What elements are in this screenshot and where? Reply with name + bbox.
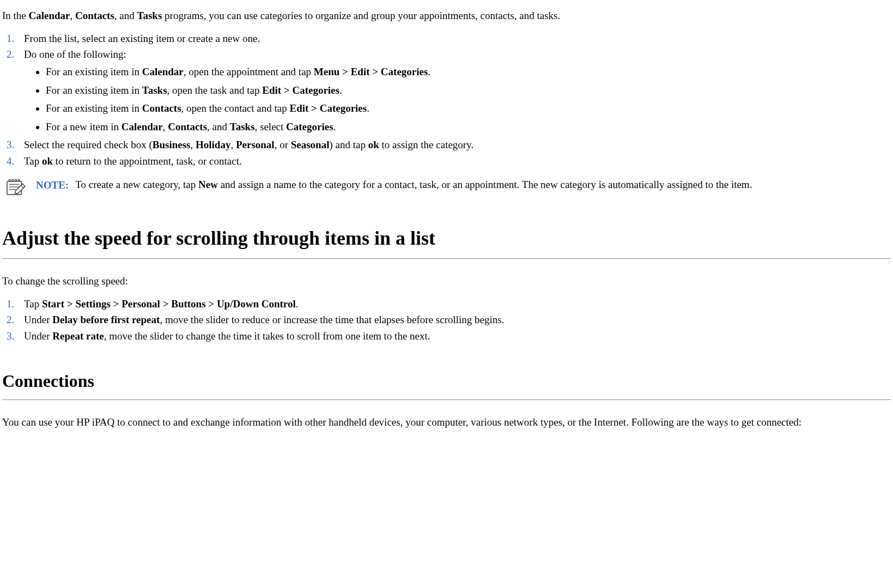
step-2: Under Delay before first repeat, move th… — [24, 313, 891, 327]
intro-paragraph: In the Calendar, Contacts, and Tasks pro… — [2, 9, 891, 23]
strong: Business — [153, 139, 191, 150]
text: , open the appointment and tap — [184, 66, 314, 77]
text: ) and tap — [329, 139, 368, 150]
strong: New — [198, 179, 218, 190]
step-3: Select the required check box (Business,… — [24, 138, 891, 152]
step-text: Do one of the following: — [24, 49, 126, 60]
strong: Contacts — [142, 102, 181, 114]
strong: Contacts — [168, 121, 207, 132]
text: Select the required check box ( — [24, 139, 153, 150]
text: , — [70, 10, 76, 21]
section-divider — [2, 399, 891, 400]
svg-point-4 — [9, 179, 10, 181]
note-icon — [5, 178, 26, 196]
step-1: Tap Start > Settings > Personal > Button… — [24, 297, 891, 311]
steps-list-2: Tap Start > Settings > Personal > Button… — [2, 297, 891, 343]
text: . — [428, 66, 430, 77]
text: , move the slider to change the time it … — [104, 330, 430, 342]
bullet-4: For a new item in Calendar, Contacts, an… — [46, 120, 891, 134]
text: To create a new category, tap — [75, 179, 198, 190]
text: , move the slider to reduce or increase … — [160, 314, 504, 325]
text: Tap — [24, 155, 42, 167]
strong: Calendar — [122, 121, 163, 132]
step-2: Do one of the following: For an existing… — [24, 47, 891, 134]
text: to return to the appointment, task, or c… — [53, 155, 242, 167]
strong: Holiday — [196, 139, 230, 150]
text: For an existing item in — [46, 84, 142, 96]
step-text: From the list, select an existing item o… — [24, 33, 260, 44]
text: . — [296, 298, 299, 310]
app-calendar: Calendar — [29, 10, 70, 21]
text: . — [367, 102, 369, 114]
section2-intro: To change the scrolling speed: — [2, 274, 891, 288]
sub-bullets: For an existing item in Calendar, open t… — [24, 65, 891, 134]
strong: ok — [368, 139, 379, 150]
bullet-3: For an existing item in Contacts, open t… — [46, 101, 891, 116]
section3-intro: You can use your HP iPAQ to connect to a… — [2, 415, 891, 429]
strong: Tasks — [142, 84, 167, 96]
section-title-scrolling: Adjust the speed for scrolling through i… — [2, 225, 891, 252]
step-4: Tap ok to return to the appointment, tas… — [24, 154, 891, 168]
steps-list-1: From the list, select an existing item o… — [2, 32, 891, 168]
svg-point-6 — [15, 179, 16, 181]
text: to assign the category. — [379, 139, 473, 150]
bullet-1: For an existing item in Calendar, open t… — [46, 65, 891, 79]
strong: Calendar — [142, 66, 184, 77]
text: Tap — [24, 298, 42, 310]
text: , — [191, 139, 196, 150]
section-divider — [2, 258, 891, 259]
note-label-cell: NOTE: — [36, 178, 75, 199]
text: and assign a name to the category for a … — [218, 179, 752, 190]
app-contacts: Contacts — [75, 10, 114, 21]
note-label: NOTE: — [36, 179, 69, 191]
note-block: NOTE: To create a new category, tap New … — [5, 178, 758, 199]
app-tasks: Tasks — [137, 10, 162, 21]
bullet-2: For an existing item in Tasks, open the … — [46, 83, 891, 98]
text: , and — [207, 121, 230, 132]
text: Under — [24, 330, 52, 342]
document-page: In the Calendar, Contacts, and Tasks pro… — [2, 9, 891, 429]
text: , — [230, 139, 236, 150]
note-icon-cell — [5, 178, 36, 199]
step-1: From the list, select an existing item o… — [24, 32, 891, 46]
strong: Menu > Edit > Categories — [314, 66, 428, 77]
text: . — [333, 121, 336, 132]
text: programs, you can use categories to orga… — [162, 10, 560, 21]
svg-point-7 — [18, 179, 20, 181]
text: For an existing item in — [46, 102, 142, 114]
strong: Categories — [286, 121, 333, 132]
strong: Personal — [236, 139, 275, 150]
text: , open the task and tap — [167, 84, 263, 96]
strong: Delay before first repeat — [52, 314, 160, 325]
note-body: To create a new category, tap New and as… — [75, 178, 758, 199]
strong: Seasonal — [291, 139, 330, 150]
strong: Repeat rate — [52, 330, 104, 342]
svg-point-5 — [12, 179, 14, 181]
text: Under — [24, 314, 52, 325]
strong: Tasks — [230, 121, 255, 132]
text: , open the contact and tap — [181, 102, 290, 114]
svg-marker-8 — [15, 184, 25, 193]
strong: ok — [42, 155, 53, 167]
text: , select — [255, 121, 287, 132]
strong: Edit > Categories — [262, 84, 339, 96]
text: , or — [275, 139, 291, 150]
text: For an existing item in — [46, 66, 142, 77]
text: , — [163, 121, 168, 132]
step-3: Under Repeat rate, move the slider to ch… — [24, 329, 891, 343]
text: , and — [114, 10, 137, 21]
text: In the — [2, 10, 29, 21]
strong: Edit > Categories — [289, 102, 367, 114]
text: . — [339, 84, 342, 96]
strong: Start > Settings > Personal > Buttons > … — [42, 298, 296, 310]
text: For a new item in — [46, 121, 122, 132]
section-title-connections: Connections — [2, 369, 891, 393]
